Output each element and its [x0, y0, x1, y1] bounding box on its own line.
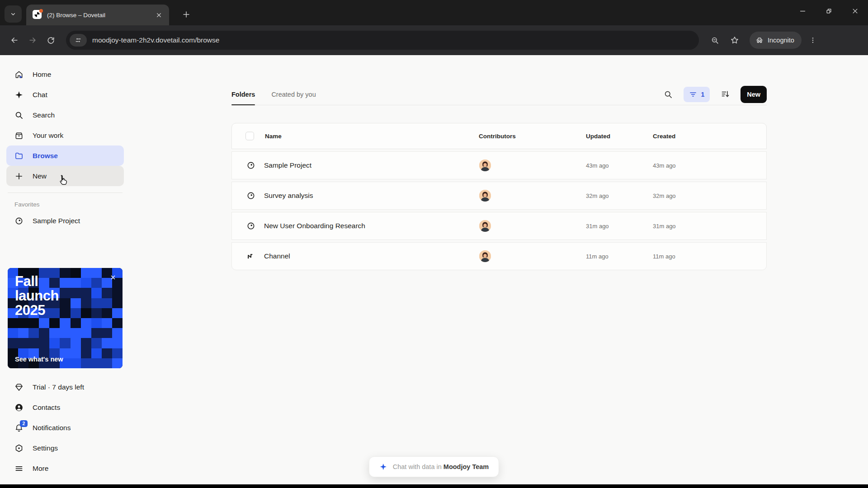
- filter-count: 1: [701, 91, 704, 98]
- url-bar[interactable]: moodjoy-team-2h2v.dovetail.com/browse: [66, 31, 699, 50]
- sidebar-item-contacts[interactable]: Contacts: [6, 397, 124, 418]
- sidebar: Home Chat Search Your work Browse: [0, 55, 130, 484]
- tab-created-by-you[interactable]: Created by you: [271, 84, 316, 105]
- row-created: 11m ago: [653, 253, 675, 260]
- filter-button[interactable]: 1: [684, 87, 710, 102]
- sidebar-item-label: Browse: [33, 152, 58, 160]
- chat-pill-text: Chat with data in Moodjoy Team: [393, 463, 489, 470]
- main-content: Folders Created by you 1 New: [130, 55, 868, 484]
- minimize-button[interactable]: [789, 0, 816, 22]
- tab-folders[interactable]: Folders: [231, 84, 255, 105]
- channel-icon: [246, 252, 255, 261]
- row-created: 31m ago: [653, 223, 676, 230]
- promo-close-button[interactable]: [108, 272, 118, 282]
- table-header: Name Contributors Updated Created: [231, 123, 767, 149]
- sidebar-item-label: Notifications: [33, 424, 71, 432]
- sparkle-icon: [14, 90, 24, 99]
- tab-search-button[interactable]: [5, 5, 22, 23]
- column-header-updated[interactable]: Updated: [586, 133, 610, 140]
- tab-label: Created by you: [271, 91, 316, 98]
- row-updated: 11m ago: [586, 253, 609, 260]
- browser-tab[interactable]: (2) Browse – Dovetail: [26, 5, 169, 25]
- table-row[interactable]: Sample Project 43m ago 43m ago: [231, 151, 767, 179]
- promo-link[interactable]: See what's new: [15, 356, 63, 363]
- incognito-label: Incognito: [768, 37, 794, 44]
- close-window-button[interactable]: [842, 0, 868, 22]
- row-created: 43m ago: [653, 162, 676, 169]
- table-row[interactable]: Channel 11m ago 11m ago: [231, 242, 767, 270]
- sidebar-item-browse[interactable]: Browse: [6, 145, 124, 166]
- url-text: moodjoy-team-2h2v.dovetail.com/browse: [92, 36, 219, 44]
- browser-menu-button[interactable]: [804, 32, 821, 49]
- incognito-badge[interactable]: Incognito: [750, 32, 802, 49]
- project-target-icon: [246, 191, 255, 200]
- row-updated: 31m ago: [586, 223, 609, 230]
- settings-icon: [14, 444, 24, 453]
- search-button[interactable]: [660, 87, 676, 102]
- favorite-item-label: Sample Project: [33, 217, 80, 225]
- filter-icon: [689, 90, 697, 99]
- column-header-contributors[interactable]: Contributors: [479, 133, 516, 140]
- zoom-out-icon: [711, 36, 719, 45]
- row-created: 32m ago: [653, 192, 676, 199]
- screen-edge: [0, 484, 868, 488]
- tab-close-button[interactable]: [154, 10, 164, 20]
- contributor-avatar[interactable]: [479, 250, 491, 262]
- restore-button[interactable]: [816, 0, 842, 22]
- new-folder-button[interactable]: New: [741, 86, 767, 103]
- promo-card[interactable]: Fall launch 2025 See what's new: [8, 268, 123, 368]
- row-name: Channel: [264, 252, 290, 260]
- folder-icon: [14, 151, 24, 160]
- chat-with-data-button[interactable]: Chat with data in Moodjoy Team: [369, 456, 499, 477]
- sidebar-item-trial[interactable]: Trial · 7 days left: [6, 377, 124, 397]
- favorite-item-sample-project[interactable]: Sample Project: [6, 211, 124, 231]
- contributor-avatar[interactable]: [479, 190, 491, 202]
- table-row[interactable]: Survey analysis 32m ago 32m ago: [231, 182, 767, 210]
- close-icon: [156, 12, 162, 18]
- contributor-avatar[interactable]: [479, 220, 491, 232]
- bell-icon: 2: [14, 423, 24, 432]
- row-updated: 43m ago: [586, 162, 609, 169]
- dovetail-favicon: [33, 10, 42, 20]
- select-all-checkbox[interactable]: [245, 132, 254, 141]
- chat-prefix: Chat with data in: [393, 463, 442, 470]
- sidebar-item-label: Trial · 7 days left: [33, 383, 84, 391]
- sidebar-item-more[interactable]: More: [6, 458, 124, 479]
- table-rows: Sample Project 43m ago 43m ago Survey an…: [231, 151, 767, 270]
- sidebar-item-new[interactable]: New: [6, 166, 124, 186]
- incognito-icon: [755, 36, 764, 45]
- sidebar-item-label: New: [33, 172, 47, 180]
- header-controls: 1 New: [660, 84, 767, 105]
- contributor-avatar[interactable]: [479, 160, 491, 171]
- tab-title: (2) Browse – Dovetail: [47, 12, 154, 19]
- new-tab-button[interactable]: [179, 7, 193, 22]
- back-button[interactable]: [5, 31, 24, 49]
- sidebar-item-settings[interactable]: Settings: [6, 438, 124, 458]
- restore-icon: [826, 8, 832, 14]
- search-icon: [664, 90, 673, 99]
- work-drawer-icon: [14, 131, 24, 140]
- notifications-badge: 2: [20, 420, 28, 427]
- search-icon: [14, 111, 24, 120]
- reload-button[interactable]: [42, 31, 60, 49]
- star-icon: [730, 36, 739, 45]
- site-controls-button[interactable]: [70, 34, 87, 47]
- forward-button[interactable]: [24, 31, 42, 49]
- sidebar-item-home[interactable]: Home: [6, 64, 124, 84]
- sparkle-icon: [379, 463, 387, 471]
- row-updated: 32m ago: [586, 192, 609, 199]
- sidebar-item-chat[interactable]: Chat: [6, 84, 124, 105]
- sidebar-item-your-work[interactable]: Your work: [6, 125, 124, 145]
- sidebar-bottom: Trial · 7 days left Contacts 2 Notificat…: [0, 377, 130, 479]
- table-row[interactable]: New User Onboarding Research 31m ago 31m…: [231, 212, 767, 240]
- bookmark-button[interactable]: [726, 32, 743, 49]
- folders-table: Name Contributors Updated Created Sample…: [231, 123, 767, 270]
- project-target-icon: [246, 221, 255, 230]
- column-header-name[interactable]: Name: [265, 133, 282, 140]
- zoom-button[interactable]: [706, 32, 723, 49]
- project-target-icon: [14, 216, 24, 225]
- sidebar-item-notifications[interactable]: 2 Notifications: [6, 418, 124, 438]
- sort-button[interactable]: [717, 87, 733, 102]
- column-header-created[interactable]: Created: [653, 133, 675, 140]
- sidebar-item-search[interactable]: Search: [6, 105, 124, 125]
